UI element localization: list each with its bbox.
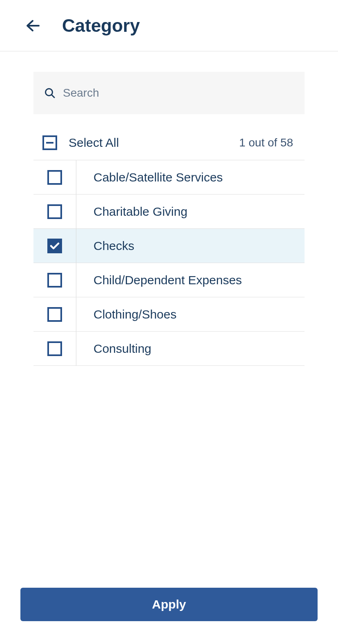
category-row[interactable]: Checks [33, 229, 305, 263]
category-row[interactable]: Cable/Satellite Services [33, 160, 305, 195]
search-box[interactable] [33, 72, 305, 114]
select-all-checkbox[interactable] [42, 135, 57, 150]
category-checkbox-cell [33, 195, 76, 228]
category-row[interactable]: Consulting [33, 332, 305, 366]
check-icon [50, 242, 60, 250]
category-label: Clothing/Shoes [76, 308, 176, 321]
category-checkbox[interactable] [47, 273, 62, 288]
category-list: Cable/Satellite ServicesCharitable Givin… [33, 160, 305, 366]
category-checkbox-cell [33, 229, 76, 263]
category-label: Charitable Giving [76, 205, 187, 219]
category-checkbox-cell [33, 160, 76, 194]
header: Category [0, 0, 338, 51]
category-row[interactable]: Clothing/Shoes [33, 297, 305, 332]
selection-count: 1 out of 58 [239, 136, 305, 149]
category-list-viewport[interactable]: Cable/Satellite ServicesCharitable Givin… [33, 160, 305, 376]
category-checkbox[interactable] [47, 307, 62, 322]
category-row[interactable]: Child/Dependent Expenses [33, 263, 305, 297]
select-all-row[interactable]: Select All 1 out of 58 [33, 127, 305, 160]
category-row[interactable]: Charitable Giving [33, 195, 305, 229]
category-label: Cable/Satellite Services [76, 170, 223, 184]
category-checkbox[interactable] [47, 170, 62, 185]
category-checkbox-cell [33, 263, 76, 297]
svg-line-1 [52, 95, 55, 98]
apply-button[interactable]: Apply [20, 588, 318, 621]
page-title: Category [62, 15, 140, 36]
content: Select All 1 out of 58 Cable/Satellite S… [0, 51, 338, 376]
back-button[interactable] [24, 18, 41, 34]
category-label: Consulting [76, 342, 151, 356]
footer: Apply [20, 588, 318, 621]
category-checkbox-cell [33, 332, 76, 365]
category-checkbox[interactable] [47, 204, 62, 219]
category-checkbox[interactable] [47, 239, 62, 253]
select-all-label: Select All [69, 136, 119, 150]
category-checkbox-cell [33, 297, 76, 331]
category-checkbox[interactable] [47, 341, 62, 356]
search-icon [44, 87, 56, 99]
category-label: Checks [76, 239, 134, 253]
category-label: Child/Dependent Expenses [76, 273, 242, 287]
search-input[interactable] [63, 86, 294, 100]
arrow-left-icon [26, 20, 40, 32]
